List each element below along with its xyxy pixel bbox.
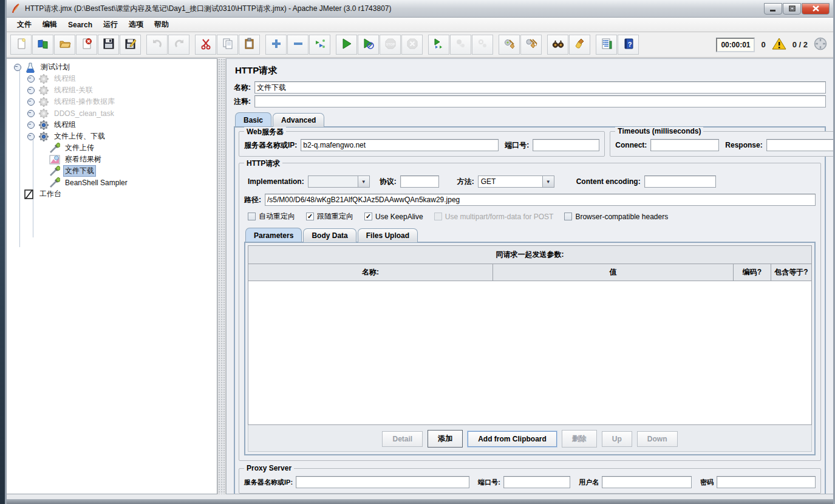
proxy-user-input[interactable] [602,476,692,488]
add-from-clipboard-button[interactable]: Add from Clipboard [468,431,557,447]
column-header-name[interactable]: 名称: [248,264,493,281]
maximize-button[interactable] [783,3,801,15]
tab-advanced[interactable]: Advanced [273,113,324,127]
connect-timeout-input[interactable] [650,139,719,151]
remote-start-all-button[interactable] [428,35,449,55]
tab-basic[interactable]: Basic [235,112,271,126]
title-bar[interactable]: HTTP请求.jmx (D:\BestTest\课堂内容及笔记\Day1_接口测… [7,0,833,18]
save-button[interactable] [98,35,119,55]
tree-expand-handle[interactable] [14,64,21,71]
comment-input[interactable] [254,95,826,107]
warning-icon[interactable] [772,37,786,52]
checkbox-use-keepalive[interactable]: ✓ Use KeepAlive [364,213,423,221]
tree-expand-handle[interactable] [27,133,35,140]
port-input[interactable] [533,139,599,151]
clear-button[interactable] [499,35,520,55]
menu-help[interactable]: 帮助 [149,18,174,32]
split-pane-divider[interactable] [217,58,226,494]
clear-all-button[interactable] [520,35,542,55]
menu-options[interactable]: 选项 [123,18,149,32]
proxy-host-input[interactable] [296,476,469,488]
implementation-select[interactable]: ▼ [308,175,370,188]
menu-edit[interactable]: 编辑 [37,18,63,32]
paste-button[interactable] [239,35,260,55]
column-header-value[interactable]: 值 [493,264,734,281]
tree-item-beanshell-sampler[interactable]: BeanShell Sampler [7,177,217,188]
tree-expand-handle[interactable] [27,87,35,94]
undo-icon [151,38,163,52]
checkbox-label: Browser-compatible headers [575,213,668,221]
response-timeout-input[interactable] [766,139,833,151]
content-encoding-input[interactable] [644,175,716,188]
tree-item-file-upload[interactable]: 文件上传 [7,142,217,154]
new-file-button[interactable] [10,35,32,55]
search-reset-button[interactable] [569,35,590,55]
start-no-pauses-button[interactable] [358,35,379,55]
tab-body-data[interactable]: Body Data [303,228,356,242]
remote-stop-all-icon [455,38,467,52]
test-plan-tree[interactable]: 测试计划 线程组 线程组-关联 线程组-操作数据库 DDOS_clean_tas [7,58,217,494]
tree-item-test-plan[interactable]: 测试计划 [7,61,217,73]
basic-advanced-tabstrip: Basic Advanced [234,112,826,126]
tab-files-upload[interactable]: Files Upload [358,228,418,242]
column-header-include-equals[interactable]: 包含等于? [771,264,811,281]
save-as-button[interactable] [120,35,141,55]
close-file-button[interactable] [76,35,97,55]
open-button[interactable] [54,35,75,55]
comment-label: 注释: [234,97,251,107]
collapse-remove-button[interactable] [287,35,308,55]
params-table-body[interactable] [248,281,812,425]
expand-add-button[interactable] [265,35,287,55]
add-button[interactable]: 添加 [428,430,463,448]
search-button[interactable] [547,35,568,55]
proxy-port-input[interactable] [503,476,570,488]
tree-expand-handle[interactable] [27,110,35,117]
column-header-encode[interactable]: 编码? [734,264,771,281]
thread-group-icon [38,73,49,84]
checkbox-redirect-automatically[interactable]: 自动重定向 [248,211,295,222]
cut-button[interactable] [195,35,216,55]
tab-parameters[interactable]: Parameters [245,228,302,242]
tree-item-thread-group-3[interactable]: 线程组-操作数据库 [7,96,217,107]
checkbox-box[interactable]: ✓ [364,213,372,220]
help-button[interactable]: ? [618,35,639,55]
copy-button[interactable] [217,35,238,55]
shutdown-button [401,35,423,55]
proxy-password-input[interactable] [717,476,816,488]
server-name-input[interactable] [301,139,499,151]
protocol-input[interactable] [400,175,439,188]
minimize-button[interactable] [764,3,782,15]
menu-file[interactable]: 文件 [12,18,37,32]
tree-expand-handle[interactable] [27,121,35,129]
checkbox-browser-compatible-headers[interactable]: Browser-compatible headers [564,213,668,221]
templates-button[interactable] [32,35,53,55]
menu-search[interactable]: Search [63,19,98,31]
method-select[interactable]: GET ▼ [478,175,554,188]
tree-item-file-download[interactable]: 文件下载 [7,165,217,177]
function-helper-button[interactable] [596,35,617,55]
path-input[interactable] [265,194,816,206]
tree-item-ddos-clean-task[interactable]: DDOS_clean_task [7,107,217,119]
search-reset-brush-icon [574,38,586,52]
params-table-title: 同请求一起发送参数: [248,245,812,264]
checkbox-label: Use KeepAlive [375,213,423,221]
tree-expand-handle[interactable] [27,98,35,106]
checkbox-box[interactable] [248,213,256,220]
clear-icon [503,38,516,52]
name-input[interactable] [254,81,826,94]
menu-run[interactable]: 运行 [98,18,123,32]
close-button[interactable] [802,3,830,15]
toggle-button[interactable] [309,35,330,55]
tree-item-upload-download-group[interactable]: 文件上传、下载 [7,131,217,142]
tree-item-workbench[interactable]: 工作台 [7,188,217,200]
tree-item-view-results-tree[interactable]: 察看结果树 [7,154,217,165]
checkbox-follow-redirects[interactable]: ✓ 跟随重定向 [306,211,353,222]
checkbox-box[interactable] [564,213,572,220]
jmeter-window: HTTP请求.jmx (D:\BestTest\课堂内容及笔记\Day1_接口测… [5,0,835,504]
tree-item-thread-group-1[interactable]: 线程组 [7,73,217,84]
checkbox-box[interactable]: ✓ [306,213,314,220]
start-button[interactable] [336,35,357,55]
tree-expand-handle[interactable] [27,75,35,83]
tree-item-thread-group-2[interactable]: 线程组-关联 [7,84,217,96]
tree-item-thread-group-4[interactable]: 线程组 [7,119,217,131]
